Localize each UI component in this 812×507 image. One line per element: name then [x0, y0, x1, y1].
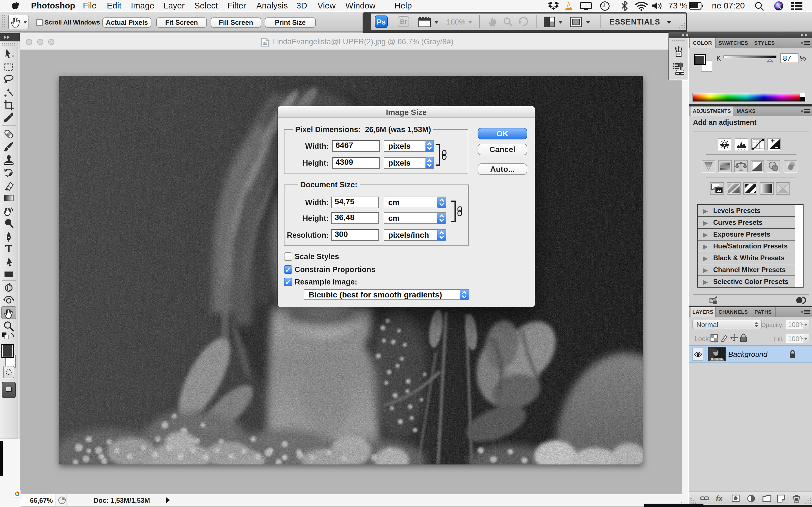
svg-text:T: T	[5, 243, 12, 255]
